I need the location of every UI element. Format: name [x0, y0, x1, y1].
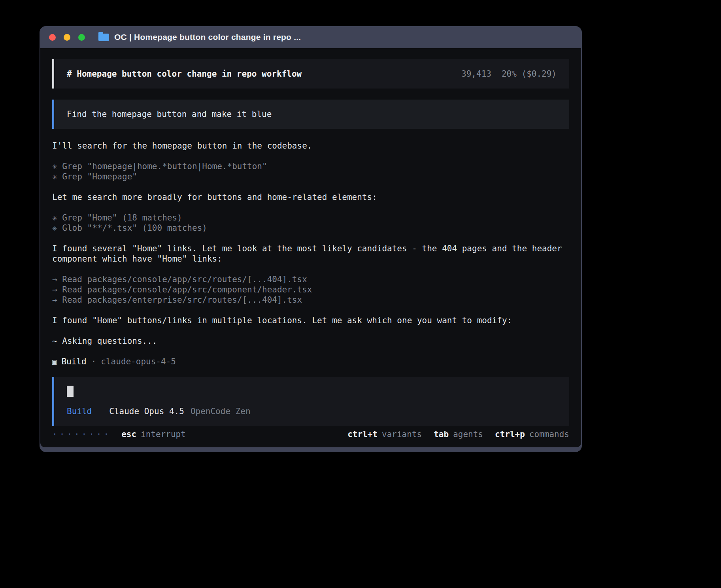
input-status-bar: Build Claude Opus 4.5 OpenCode Zen: [67, 406, 557, 416]
tool-call-line: ✳ Grep "homepage|home.*button|Home.*butt…: [52, 161, 569, 172]
shortcut-key: tab: [434, 429, 449, 439]
user-message: Find the homepage button and make it blu…: [52, 100, 569, 129]
variants-shortcut: ctrl+t variants: [347, 429, 422, 439]
terminal-window: OC | Homepage button color change in rep…: [40, 26, 582, 452]
session-header: # Homepage button color change in repo w…: [52, 59, 569, 89]
tool-call-line: ✳ Grep "Homepage": [52, 172, 569, 182]
esc-shortcut: esc interrupt: [121, 429, 186, 439]
traffic-lights: [49, 34, 85, 41]
status-line: ~ Asking questions...: [52, 336, 564, 346]
agent-icon: ▣: [52, 356, 57, 367]
model-label: Claude Opus 4.5: [109, 406, 184, 416]
assistant-response: I'll search for the homepage button in t…: [52, 141, 569, 367]
file-read-line: → Read packages/console/app/src/componen…: [52, 285, 569, 295]
shortcut-key: esc: [121, 429, 136, 439]
shortcut-label: agents: [453, 429, 483, 439]
tool-call-line: ✳ Glob "**/*.tsx" (100 matches): [52, 223, 569, 233]
agent-name: Build: [61, 356, 86, 367]
session-stats: 39,413 20% ($0.29): [461, 69, 557, 79]
assistant-paragraph: I found several "Home" links. Let me loo…: [52, 243, 564, 264]
folder-icon: [98, 34, 109, 41]
shortcut-label: commands: [529, 429, 569, 439]
agent-info: ▣ Build · claude-opus-4-5: [52, 356, 569, 367]
provider-label: OpenCode Zen: [191, 406, 251, 416]
window-title: OC | Homepage button color change in rep…: [114, 32, 301, 42]
spinner-dots-icon: ········: [52, 429, 111, 439]
user-message-text: Find the homepage button and make it blu…: [67, 109, 272, 119]
close-button[interactable]: [49, 34, 56, 41]
session-title: # Homepage button color change in repo w…: [67, 69, 302, 79]
agent-model: claude-opus-4-5: [101, 356, 176, 367]
agent-separator: ·: [91, 356, 96, 367]
agents-shortcut: tab agents: [434, 429, 483, 439]
file-read-line: → Read packages/enterprise/src/routes/[.…: [52, 295, 569, 305]
text-cursor: [67, 386, 74, 397]
shortcut-key: ctrl+p: [495, 429, 525, 439]
status-footer: ········ esc interrupt ctrl+t variants t…: [52, 429, 569, 439]
terminal-content: # Homepage button color change in repo w…: [40, 48, 581, 447]
shortcut-label: variants: [382, 429, 422, 439]
context-usage: 20% ($0.29): [502, 69, 557, 79]
prompt-input[interactable]: Build Claude Opus 4.5 OpenCode Zen: [52, 377, 569, 426]
assistant-paragraph: Let me search more broadly for buttons a…: [52, 192, 564, 202]
commands-shortcut: ctrl+p commands: [495, 429, 569, 439]
tool-call-line: ✳ Grep "Home" (18 matches): [52, 213, 569, 223]
assistant-paragraph: I found "Home" buttons/links in multiple…: [52, 315, 564, 326]
minimize-button[interactable]: [64, 34, 70, 41]
shortcut-label: interrupt: [141, 429, 186, 439]
mode-label: Build: [67, 406, 92, 416]
maximize-button[interactable]: [78, 34, 85, 41]
title-bar: OC | Homepage button color change in rep…: [40, 26, 582, 48]
file-read-line: → Read packages/console/app/src/routes/[…: [52, 274, 569, 285]
token-count: 39,413: [461, 69, 491, 79]
shortcut-key: ctrl+t: [347, 429, 377, 439]
assistant-paragraph: I'll search for the homepage button in t…: [52, 141, 564, 151]
